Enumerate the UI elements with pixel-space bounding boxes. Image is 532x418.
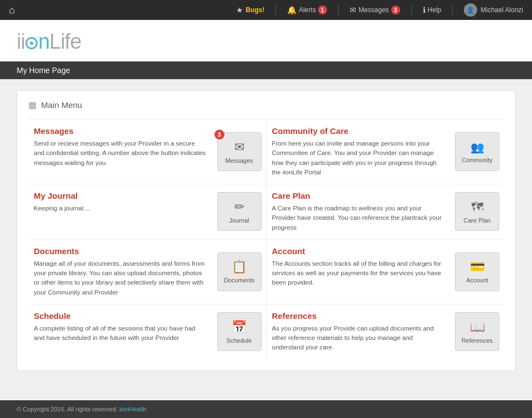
avatar: 👤 xyxy=(464,3,477,17)
community-button[interactable]: 👥 Community xyxy=(455,132,499,171)
nav-divider-1 xyxy=(275,4,276,16)
messages-button-label: Messages xyxy=(225,157,253,164)
messages-label: Messages xyxy=(359,6,389,14)
community-title: Community of Care xyxy=(272,126,446,136)
community-button-label: Community xyxy=(462,157,493,163)
logo-ii: ii xyxy=(17,30,25,53)
logo-life: Life xyxy=(49,30,81,53)
menu-card: ▦ Main Menu Messages Send or recieve mes… xyxy=(17,90,515,371)
messages-button[interactable]: 3 ✉ Messages xyxy=(217,132,262,171)
journal-button-icon: ✏ xyxy=(234,200,244,214)
journal-desc: Keeping a journal.... xyxy=(34,204,207,213)
schedule-section: Schedule A complete listing of all of th… xyxy=(28,305,213,359)
messages-title: Messages xyxy=(34,126,207,136)
grid-icon: ▦ xyxy=(28,100,37,110)
journal-button-label: Journal xyxy=(229,217,249,224)
logo: iinLife xyxy=(17,30,515,54)
careplan-title: Care Plan xyxy=(272,191,446,200)
footer: © Copyright 2016. All rights reserved. i… xyxy=(0,400,532,418)
messages-desc: Send or recieve messages with your Provi… xyxy=(34,139,207,168)
documents-title: Documents xyxy=(34,246,207,256)
messages-button-badge: 3 xyxy=(214,130,224,140)
bugs-label: Bugs! xyxy=(245,6,264,14)
account-section: Account The Accounts section tracks all … xyxy=(266,240,451,304)
envelope-icon: ✉ xyxy=(350,6,356,14)
menu-row-3: Documents Manage all of your documents, … xyxy=(28,239,504,304)
messages-section: Messages Send or recieve messages with y… xyxy=(28,120,213,184)
menu-row-4: Schedule A complete listing of all of th… xyxy=(28,304,504,359)
references-button-col: 📖 References xyxy=(451,305,504,359)
documents-button-label: Documents xyxy=(224,277,255,283)
account-button-icon: 💳 xyxy=(470,260,485,274)
messages-button-icon: ✉ xyxy=(234,140,244,154)
help-nav-item[interactable]: ℹ Help xyxy=(423,6,442,14)
documents-button[interactable]: 📋 Documents xyxy=(217,252,262,291)
logo-target-icon xyxy=(25,37,38,49)
menu-title: Main Menu xyxy=(41,100,82,110)
schedule-title: Schedule xyxy=(34,311,207,321)
copyright-text: © Copyright 2016. All rights reserved. xyxy=(17,406,117,412)
community-button-col: 👥 Community xyxy=(451,120,504,184)
main-content: ▦ Main Menu Messages Send or recieve mes… xyxy=(0,79,532,382)
journal-button[interactable]: ✏ Journal xyxy=(217,192,262,231)
documents-button-col: 📋 Documents xyxy=(213,240,266,304)
account-button-label: Account xyxy=(466,277,488,283)
nav-divider-3 xyxy=(411,4,412,16)
documents-section: Documents Manage all of your documents, … xyxy=(28,240,213,304)
community-desc: From here you can invite and manage pers… xyxy=(272,139,446,177)
references-button-icon: 📖 xyxy=(470,320,485,334)
info-icon: ℹ xyxy=(423,6,426,14)
menu-row-2: My Journal Keeping a journal.... ✏ Journ… xyxy=(28,184,504,239)
user-area[interactable]: 👤 Michael Alonzi xyxy=(464,3,523,17)
messages-nav-item[interactable]: ✉ Messages 3 xyxy=(350,6,400,14)
user-name: Michael Alonzi xyxy=(480,6,523,14)
alerts-badge: 1 xyxy=(318,6,327,14)
menu-card-header: ▦ Main Menu xyxy=(28,100,504,110)
journal-button-col: ✏ Journal xyxy=(213,184,266,239)
references-desc: As you progress your Provide can upload … xyxy=(272,324,446,353)
logo-area: iinLife xyxy=(0,20,532,61)
references-button[interactable]: 📖 References xyxy=(455,312,499,351)
bell-icon: 🔔 xyxy=(287,6,296,14)
journal-section: My Journal Keeping a journal.... xyxy=(28,184,213,239)
careplan-section: Care Plan A Care Plan is the roadmap to … xyxy=(266,184,451,239)
messages-button-col: 3 ✉ Messages xyxy=(213,120,266,184)
help-label: Help xyxy=(428,6,442,14)
documents-button-icon: 📋 xyxy=(232,260,247,274)
careplan-button-label: Care Plan xyxy=(464,217,491,224)
careplan-button-icon: 🗺 xyxy=(471,200,483,214)
references-title: References xyxy=(272,311,446,321)
messages-badge: 3 xyxy=(391,6,400,14)
menu-row-1: Messages Send or recieve messages with y… xyxy=(28,119,504,184)
schedule-button-label: Schedule xyxy=(227,337,252,344)
nav-divider-2 xyxy=(338,4,339,16)
account-button[interactable]: 💳 Account xyxy=(455,252,499,291)
page-title-bar: My Home Page xyxy=(0,61,532,79)
alerts-nav-item[interactable]: 🔔 Alerts 1 xyxy=(287,6,327,14)
top-navigation: ⌂ ★ Bugs! 🔔 Alerts 1 ✉ Messages 3 ℹ Help… xyxy=(0,0,532,20)
nav-divider-4 xyxy=(452,4,453,16)
account-title: Account xyxy=(272,246,446,256)
logo-ion: n xyxy=(25,30,49,53)
careplan-button[interactable]: 🗺 Care Plan xyxy=(455,192,499,231)
schedule-button-col: 📅 Schedule xyxy=(213,305,266,359)
community-button-icon: 👥 xyxy=(470,141,484,154)
documents-desc: Manage all of your documents, assessment… xyxy=(34,259,207,297)
community-section: Community of Care From here you can invi… xyxy=(266,120,451,184)
careplan-button-col: 🗺 Care Plan xyxy=(451,184,504,239)
careplan-desc: A Care Plan is the roadmap to wellness y… xyxy=(272,204,446,233)
bugs-nav-item[interactable]: ★ Bugs! xyxy=(236,6,264,14)
references-section: References As you progress your Provide … xyxy=(266,305,451,359)
home-icon[interactable]: ⌂ xyxy=(9,4,15,16)
bug-icon: ★ xyxy=(236,6,243,14)
alerts-label: Alerts xyxy=(299,6,316,14)
account-button-col: 💳 Account xyxy=(451,240,504,304)
schedule-desc: A complete listing of all of the session… xyxy=(34,324,207,343)
account-desc: The Accounts section tracks all of the b… xyxy=(272,259,446,288)
schedule-button[interactable]: 📅 Schedule xyxy=(217,312,262,351)
schedule-button-icon: 📅 xyxy=(232,320,247,334)
references-button-label: References xyxy=(462,337,493,344)
journal-title: My Journal xyxy=(34,191,207,200)
brand-link[interactable]: iionHealth xyxy=(119,406,146,412)
page-title: My Home Page xyxy=(17,66,70,75)
